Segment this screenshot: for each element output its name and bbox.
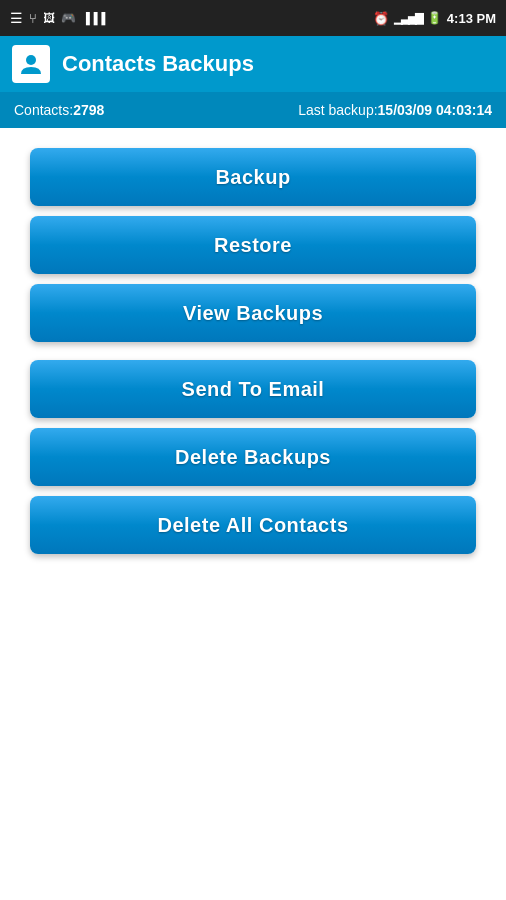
- status-right-icons: ⏰ ▁▃▅▇ 🔋 4:13 PM: [373, 11, 496, 26]
- status-time: 4:13 PM: [447, 11, 496, 26]
- menu-icon: ☰: [10, 10, 23, 26]
- status-bar: ☰ ⑂ 🖼 🎮 ▐▐▐ ⏰ ▁▃▅▇ 🔋 4:13 PM: [0, 0, 506, 36]
- last-backup-value: 15/03/09 04:03:14: [378, 102, 492, 118]
- app-icon: [12, 45, 50, 83]
- restore-button[interactable]: Restore: [30, 216, 476, 274]
- contacts-label: Contacts:: [14, 102, 73, 118]
- face-icon: 🎮: [61, 11, 76, 25]
- alarm-icon: ⏰: [373, 11, 389, 26]
- usb-icon: ⑂: [29, 11, 37, 26]
- last-backup-info: Last backup:15/03/09 04:03:14: [298, 102, 492, 118]
- delete-backups-button[interactable]: Delete Backups: [30, 428, 476, 486]
- signal-icon: ▐▐▐: [82, 12, 105, 24]
- delete-all-contacts-button[interactable]: Delete All Contacts: [30, 496, 476, 554]
- contacts-value: 2798: [73, 102, 104, 118]
- battery-icon: 🔋: [427, 11, 442, 25]
- send-to-email-button[interactable]: Send To Email: [30, 360, 476, 418]
- app-title: Contacts Backups: [62, 51, 254, 77]
- last-backup-label: Last backup:: [298, 102, 377, 118]
- signal-bars-icon: ▁▃▅▇: [394, 12, 422, 25]
- title-bar: Contacts Backups: [0, 36, 506, 92]
- image-icon: 🖼: [43, 11, 55, 25]
- status-left-icons: ☰ ⑂ 🖼 🎮 ▐▐▐: [10, 10, 105, 26]
- contacts-info: Contacts:2798: [14, 102, 104, 118]
- backup-button[interactable]: Backup: [30, 148, 476, 206]
- info-bar: Contacts:2798 Last backup:15/03/09 04:03…: [0, 92, 506, 128]
- main-content: Backup Restore View Backups Send To Emai…: [0, 128, 506, 574]
- svg-point-1: [26, 55, 36, 65]
- view-backups-button[interactable]: View Backups: [30, 284, 476, 342]
